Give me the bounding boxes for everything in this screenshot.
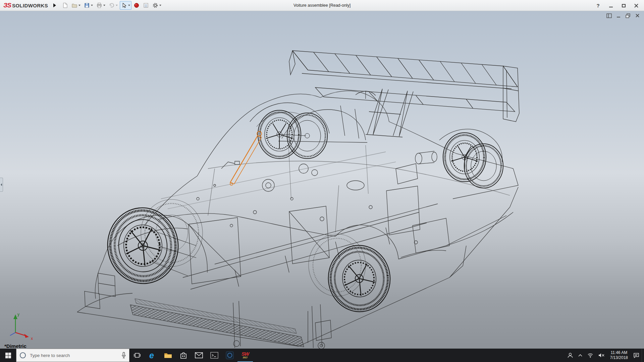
dock-pane-button[interactable] [606, 13, 612, 18]
system-tray: 11:46 AM 7/13/2018 [565, 349, 644, 362]
app-titlebar: ЗS SOLIDWORKS [0, 0, 644, 11]
select-dropdown-caret[interactable] [128, 5, 130, 6]
quick-access-toolbar [61, 1, 163, 10]
undo-dropdown-caret[interactable] [116, 5, 118, 6]
save-dropdown-caret[interactable] [91, 5, 93, 6]
save-floppy-icon [84, 2, 90, 8]
clock-time: 11:46 AM [610, 350, 627, 355]
folder-icon [164, 352, 172, 359]
search-input[interactable] [29, 353, 121, 358]
gear-icon [152, 2, 158, 8]
action-center-button[interactable] [631, 349, 642, 362]
doc-minimize-icon [616, 13, 621, 18]
terminal-app-icon[interactable] [207, 349, 222, 362]
volume-button[interactable] [596, 349, 607, 362]
taskbar-search-box[interactable] [16, 349, 129, 362]
view-orientation-label: *Dimetric [4, 343, 26, 349]
windows-logo-icon [5, 353, 11, 358]
maximize-icon [622, 4, 626, 7]
task-view-icon [134, 352, 141, 358]
sheet-icon [143, 2, 149, 8]
doc-close-button[interactable] [634, 13, 641, 18]
media-app-tile-icon [226, 351, 234, 359]
file-explorer-app-icon[interactable] [160, 349, 176, 362]
splitter-hatch [130, 299, 304, 347]
open-button[interactable] [70, 1, 82, 10]
options-dropdown-caret[interactable] [159, 5, 161, 6]
save-button[interactable] [83, 1, 94, 10]
show-desktop-button[interactable] [642, 349, 644, 362]
chevron-up-icon [578, 354, 583, 357]
solidworks-app-icon[interactable]: SW 2017 [237, 349, 253, 362]
drawing-sheet-button[interactable] [142, 1, 150, 10]
print-button[interactable] [95, 1, 107, 10]
undo-icon [109, 2, 115, 8]
3d-viewport[interactable]: y x *Dimetric [0, 11, 644, 349]
start-button[interactable] [0, 349, 16, 362]
media-app-icon[interactable] [222, 349, 237, 362]
close-icon [634, 4, 638, 8]
feature-panel-collapse-tab[interactable] [0, 178, 3, 192]
options-button[interactable] [151, 1, 163, 10]
network-button[interactable] [585, 349, 596, 362]
wifi-icon [587, 353, 593, 358]
print-icon [96, 2, 102, 8]
maximize-button[interactable] [618, 1, 629, 10]
orientation-triad: y x [4, 309, 38, 341]
front-left-inner-wheel [141, 199, 203, 266]
rear-wing [289, 51, 519, 137]
mail-envelope-icon [195, 352, 203, 358]
volume-muted-icon [598, 353, 605, 358]
3ds-logo-mark: ЗS [3, 2, 11, 9]
taskbar-clock[interactable]: 11:46 AM 7/13/2018 [607, 349, 631, 362]
new-document-icon [62, 2, 68, 8]
solidworks-logo: ЗS SOLIDWORKS [3, 2, 48, 9]
triad-x-label: x [31, 336, 33, 341]
windows-taskbar: e SW 2017 [0, 349, 644, 362]
open-folder-icon [71, 2, 77, 8]
select-cursor-icon [121, 2, 127, 8]
open-dropdown-caret[interactable] [78, 5, 80, 6]
microphone-icon[interactable] [121, 352, 126, 359]
document-window-controls [606, 13, 641, 18]
people-icon [567, 352, 573, 358]
rear-left-wheel [325, 242, 393, 315]
triad-y-label: y [17, 312, 19, 317]
hidden-icons-button[interactable] [576, 349, 585, 362]
task-view-button[interactable] [129, 349, 145, 362]
doc-close-icon [635, 13, 640, 18]
action-center-icon [633, 353, 639, 358]
solidworks-wordmark: SOLIDWORKS [12, 3, 48, 8]
select-tool-button[interactable] [120, 1, 131, 10]
edge-icon: e [148, 351, 157, 360]
close-button[interactable] [631, 1, 642, 10]
print-dropdown-caret[interactable] [103, 5, 105, 6]
red-sphere-icon [133, 2, 140, 8]
rear-right-wheels [443, 133, 503, 188]
new-document-button[interactable] [61, 1, 69, 10]
xpress-products-button[interactable] [132, 1, 141, 10]
doc-restore-icon [626, 13, 631, 18]
titlebar-window-controls: ? [592, 0, 642, 11]
doc-restore-button[interactable] [625, 13, 631, 18]
minimize-button[interactable] [605, 1, 616, 10]
edge-app-icon[interactable]: e [145, 349, 160, 362]
clock-date: 7/13/2018 [610, 355, 628, 360]
svg-text:e: e [149, 351, 154, 360]
doc-minimize-button[interactable] [615, 13, 622, 18]
minimize-icon [609, 7, 613, 7]
selected-strut[interactable] [230, 131, 262, 185]
wireframe-car-model [0, 11, 644, 349]
terminal-icon [210, 352, 218, 359]
store-app-icon[interactable] [176, 349, 191, 362]
dock-pane-icon [606, 13, 612, 18]
cortana-icon [19, 352, 26, 359]
help-button[interactable]: ? [592, 1, 604, 10]
front-right-wheels [258, 110, 327, 159]
mail-app-icon[interactable] [191, 349, 207, 362]
people-button[interactable] [565, 349, 576, 362]
solidworks-badge-year: 2017 [243, 357, 248, 359]
undo-button[interactable] [107, 1, 119, 10]
store-bag-icon [180, 352, 187, 359]
menu-flyout-arrow-icon[interactable] [53, 3, 56, 7]
